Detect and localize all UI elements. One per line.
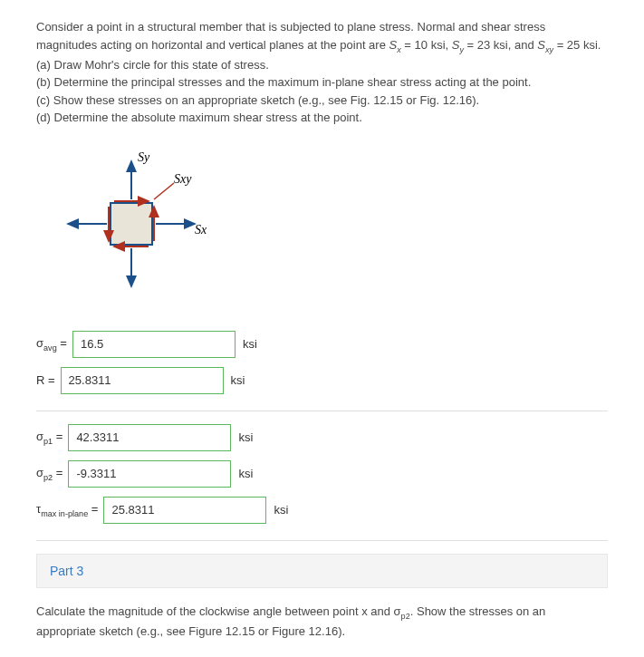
sigma-avg-input[interactable] (72, 331, 235, 358)
answer-block-1: σavg = ksi R = ksi (36, 331, 608, 394)
sigma-p2-label: σp2 = (36, 466, 62, 482)
sxy-var: Sxy (537, 38, 553, 52)
problem-statement: Consider a point in a structural member … (36, 18, 608, 127)
part-a: (a) Draw Mohr's circle for this state of… (36, 58, 269, 72)
tmax-input[interactable] (103, 497, 266, 524)
r-input[interactable] (61, 367, 224, 394)
part-c: (c) Show these stresses on an appropriat… (36, 93, 479, 107)
unit-ksi: ksi (231, 373, 245, 387)
sxy-label: Sxy (174, 172, 192, 186)
sigma-p1-label: σp1 = (36, 430, 62, 446)
part3-instruction: Calculate the magnitude of the clockwise… (36, 603, 608, 641)
sx-var: Sx (389, 38, 401, 52)
sy-var: Sy (452, 38, 464, 52)
sigma-avg-label: σavg = (36, 336, 67, 353)
r-label: R = (36, 373, 55, 387)
divider (36, 540, 608, 541)
divider (36, 411, 608, 411)
part-b: (b) Determine the principal stresses and… (36, 75, 531, 89)
sy-label: Sy (138, 150, 150, 164)
svg-rect-0 (111, 203, 152, 245)
stress-diagram: Sy Sx Sxy (36, 149, 608, 305)
answer-block-2: σp1 = ksi σp2 = ksi τmax in-plane = ksi (36, 424, 608, 524)
unit-ksi: ksi (238, 430, 253, 444)
sx-label: Sx (195, 223, 207, 237)
svg-line-9 (154, 183, 174, 199)
tmax-label: τmax in-plane = (36, 502, 98, 518)
unit-ksi: ksi (238, 467, 253, 480)
unit-ksi: ksi (243, 337, 257, 351)
part3-header: Part 3 (36, 554, 608, 588)
sigma-p1-input[interactable] (68, 424, 231, 451)
part-d: (d) Determine the absolute maximum shear… (36, 111, 362, 124)
unit-ksi: ksi (274, 503, 288, 517)
sigma-p2-input[interactable] (68, 460, 231, 488)
part3-title: Part 3 (50, 564, 83, 578)
